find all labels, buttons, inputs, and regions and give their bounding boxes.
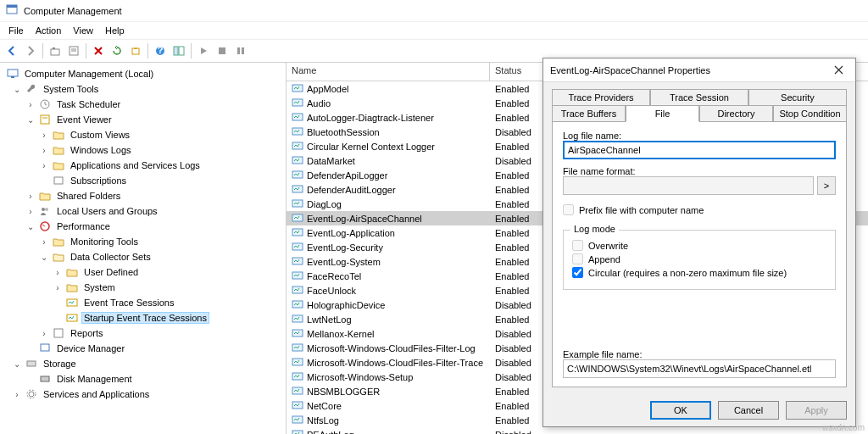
subscriptions-icon bbox=[52, 174, 65, 187]
tree-performance[interactable]: ⌄ Performance bbox=[0, 219, 286, 234]
expand-icon[interactable]: › bbox=[39, 146, 49, 155]
session-name: BluetoothSession bbox=[307, 127, 380, 137]
menu-help[interactable]: Help bbox=[100, 24, 130, 37]
up-button[interactable] bbox=[47, 42, 64, 59]
tree-services-apps[interactable]: › Services and Applications bbox=[0, 387, 286, 402]
tree-system-tools[interactable]: ⌄ System Tools bbox=[0, 81, 286, 97]
file-name-format-input[interactable] bbox=[563, 176, 814, 195]
tree-apps-services-logs[interactable]: › Applications and Services Logs bbox=[0, 158, 286, 173]
expand-icon[interactable]: › bbox=[39, 329, 49, 338]
prefix-checkbox[interactable]: Prefix file with computer name bbox=[563, 204, 836, 215]
expand-icon[interactable]: › bbox=[12, 390, 22, 399]
tree-monitoring-tools[interactable]: › Monitoring Tools bbox=[0, 234, 286, 249]
back-button[interactable] bbox=[3, 42, 20, 59]
dialog-title: EventLog-AirSpaceChannel Properties bbox=[550, 65, 710, 75]
collapse-icon[interactable]: ⌄ bbox=[12, 359, 22, 369]
file-name-format-picker-button[interactable]: > bbox=[817, 176, 836, 195]
tree-device-manager[interactable]: Device Manager bbox=[0, 341, 286, 356]
play-button[interactable] bbox=[195, 42, 212, 59]
session-name: PEAuthLog bbox=[307, 430, 354, 435]
svg-rect-52 bbox=[292, 373, 303, 380]
expand-icon[interactable]: › bbox=[39, 237, 49, 247]
expand-icon[interactable]: › bbox=[39, 131, 49, 140]
stop-button[interactable] bbox=[214, 42, 231, 59]
tree-startup-event-trace-sessions[interactable]: Startup Event Trace Sessions bbox=[0, 310, 286, 326]
apply-button[interactable]: Apply bbox=[786, 401, 847, 420]
tree-windows-logs[interactable]: › Windows Logs bbox=[0, 142, 286, 158]
menu-action[interactable]: Action bbox=[31, 24, 67, 37]
tree-event-trace-sessions[interactable]: Event Trace Sessions bbox=[0, 295, 286, 310]
tree-system[interactable]: › System bbox=[0, 280, 286, 295]
cancel-button[interactable]: Cancel bbox=[718, 401, 779, 420]
close-button[interactable] bbox=[828, 62, 849, 79]
tab-trace-session[interactable]: Trace Session bbox=[650, 89, 748, 106]
users-icon bbox=[38, 204, 52, 218]
trace-icon bbox=[65, 311, 79, 325]
log-file-name-input[interactable] bbox=[563, 141, 836, 159]
dialog-titlebar[interactable]: EventLog-AirSpaceChannel Properties bbox=[543, 58, 855, 82]
tree-root[interactable]: Computer Management (Local) bbox=[0, 66, 286, 81]
tab-trace-providers[interactable]: Trace Providers bbox=[552, 89, 650, 106]
menu-file[interactable]: File bbox=[3, 24, 29, 37]
tree-subscriptions[interactable]: Subscriptions bbox=[0, 173, 286, 188]
tree-user-defined[interactable]: › User Defined bbox=[0, 264, 286, 280]
overwrite-checkbox[interactable]: Overwrite bbox=[572, 240, 826, 251]
clock-icon bbox=[38, 97, 52, 111]
tree-reports[interactable]: › Reports bbox=[0, 326, 286, 341]
expand-icon[interactable]: › bbox=[53, 283, 63, 292]
append-checkbox[interactable]: Append bbox=[572, 253, 826, 264]
trace-session-icon bbox=[292, 270, 303, 282]
tree-shared-folders[interactable]: › Shared Folders bbox=[0, 188, 286, 203]
svg-rect-29 bbox=[41, 376, 49, 381]
collapse-icon[interactable]: ⌄ bbox=[25, 222, 36, 231]
tab-directory[interactable]: Directory bbox=[699, 105, 773, 122]
tab-strip: Trace Providers Trace Session Security T… bbox=[552, 89, 847, 121]
export-button[interactable] bbox=[127, 42, 144, 59]
collapse-icon[interactable]: ⌄ bbox=[25, 115, 36, 125]
collapse-icon[interactable]: ⌄ bbox=[39, 253, 49, 262]
tree-custom-views[interactable]: › Custom Views bbox=[0, 127, 286, 142]
svg-rect-24 bbox=[67, 299, 77, 306]
pause-button[interactable] bbox=[232, 42, 249, 59]
expand-icon[interactable]: › bbox=[25, 192, 36, 201]
trace-session-icon bbox=[292, 227, 303, 239]
trace-icon bbox=[65, 296, 79, 309]
tree-data-collector-sets[interactable]: ⌄ Data Collector Sets bbox=[0, 249, 286, 264]
forward-button[interactable] bbox=[22, 42, 39, 59]
svg-rect-1 bbox=[7, 5, 17, 8]
trace-session-icon bbox=[292, 184, 303, 196]
expand-icon[interactable]: › bbox=[39, 161, 49, 170]
trace-session-icon bbox=[292, 357, 303, 369]
trace-session-icon bbox=[292, 141, 303, 153]
show-hide-tree-button[interactable] bbox=[170, 42, 187, 59]
expand-icon[interactable]: › bbox=[25, 207, 36, 216]
properties-button[interactable] bbox=[65, 42, 82, 59]
expand-icon[interactable]: › bbox=[25, 100, 36, 109]
tree-disk-management[interactable]: Disk Management bbox=[0, 371, 286, 387]
tab-stop-condition[interactable]: Stop Condition bbox=[773, 105, 847, 122]
ok-button[interactable]: OK bbox=[650, 401, 711, 420]
tree-task-scheduler[interactable]: › Task Scheduler bbox=[0, 97, 286, 112]
trace-session-icon bbox=[292, 97, 303, 109]
tree-local-users[interactable]: › Local Users and Groups bbox=[0, 203, 286, 219]
trace-session-icon bbox=[292, 342, 303, 354]
circular-checkbox[interactable]: Circular (requires a non-zero maximum fi… bbox=[572, 267, 826, 278]
column-name[interactable]: Name bbox=[287, 63, 490, 81]
menu-view[interactable]: View bbox=[68, 24, 98, 37]
list-row[interactable]: PEAuthLogDisabled bbox=[287, 427, 868, 434]
session-name: DefenderApiLogger bbox=[307, 170, 387, 181]
tab-security[interactable]: Security bbox=[748, 89, 847, 106]
svg-text:?: ? bbox=[158, 46, 164, 55]
svg-rect-34 bbox=[292, 114, 303, 120]
nav-tree[interactable]: Computer Management (Local) ⌄ System Too… bbox=[0, 63, 287, 434]
tab-trace-buffers[interactable]: Trace Buffers bbox=[552, 105, 626, 122]
delete-button[interactable] bbox=[90, 42, 107, 59]
refresh-button[interactable] bbox=[108, 42, 125, 59]
expand-icon[interactable]: › bbox=[53, 268, 63, 277]
tab-file[interactable]: File bbox=[626, 105, 699, 122]
help-button[interactable]: ? bbox=[152, 42, 169, 59]
collapse-icon[interactable]: ⌄ bbox=[12, 85, 22, 94]
tree-event-viewer[interactable]: ⌄ Event Viewer bbox=[0, 112, 286, 127]
folder-icon bbox=[52, 143, 65, 157]
tree-storage[interactable]: ⌄ Storage bbox=[0, 356, 286, 371]
